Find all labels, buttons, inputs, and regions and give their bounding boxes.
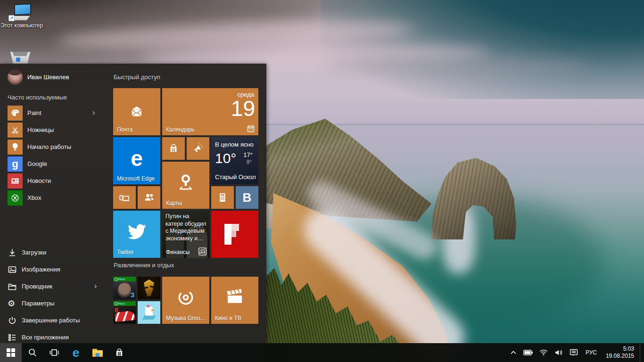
menu-item-label: Параметры bbox=[22, 295, 54, 312]
tray-time: 5:03 bbox=[606, 346, 634, 353]
wifi-icon bbox=[539, 349, 548, 356]
tile-label: Кино и ТВ bbox=[215, 315, 241, 321]
tile-mail[interactable]: Почта bbox=[113, 88, 160, 135]
tile-finance[interactable]: Путин на катере обсудил с Медведевым эко… bbox=[162, 211, 209, 258]
paint-icon bbox=[8, 106, 23, 121]
menu-item-pictures[interactable]: Изображения bbox=[0, 261, 112, 278]
calendar-day: 19 bbox=[231, 98, 255, 119]
menu-item-label: Ножницы bbox=[27, 122, 54, 139]
menu-item-paint[interactable]: Paint › bbox=[0, 105, 112, 122]
people-icon bbox=[138, 186, 160, 209]
calendar-icon bbox=[247, 125, 255, 132]
tray-date: 19.08.2015 bbox=[606, 353, 634, 360]
tile-calculator[interactable] bbox=[211, 186, 234, 209]
xbox-icon bbox=[8, 190, 23, 206]
folder-icon bbox=[8, 282, 17, 291]
shortcut-arrow-icon: ↗ bbox=[8, 15, 15, 21]
tile-sway[interactable] bbox=[187, 137, 209, 160]
tile-phone-companion[interactable] bbox=[113, 186, 136, 209]
this-pc-label: Этот компьютер bbox=[0, 23, 43, 29]
tile-calendar[interactable]: среда 19 Календарь bbox=[162, 88, 258, 135]
taskbar: e bbox=[0, 343, 644, 362]
action-center-icon bbox=[570, 349, 578, 356]
tile-flipboard[interactable] bbox=[211, 211, 258, 258]
edge-icon: e bbox=[73, 346, 79, 359]
weather-low: 9° bbox=[247, 159, 252, 165]
this-pc-icon: ↗ bbox=[12, 4, 31, 22]
store-bag-icon bbox=[162, 137, 185, 160]
desktop-icon-recycle-bin[interactable] bbox=[10, 52, 30, 64]
tray-battery-button[interactable] bbox=[521, 343, 535, 362]
tile-weather[interactable]: В целом ясно 10° 17° 9° Старый Оскол bbox=[211, 137, 258, 184]
store-icon bbox=[114, 347, 124, 358]
tile-microsoft-edge[interactable]: e Microsoft Edge bbox=[113, 137, 160, 184]
tray-volume-button[interactable] bbox=[552, 343, 565, 362]
start-button[interactable] bbox=[0, 343, 22, 362]
tray-language-indicator[interactable]: РУС bbox=[582, 343, 600, 362]
task-view-button[interactable] bbox=[43, 343, 65, 362]
menu-item-file-explorer[interactable]: Проводник › bbox=[0, 278, 112, 295]
weather-condition: В целом ясно bbox=[215, 141, 254, 148]
chevron-right-icon: › bbox=[92, 105, 95, 122]
taskbar-search-button[interactable] bbox=[22, 343, 43, 362]
menu-item-google[interactable]: g Google bbox=[0, 156, 112, 173]
user-account-button[interactable]: Иван Шевелев bbox=[0, 67, 112, 88]
weather-high: 17° bbox=[243, 151, 253, 158]
menu-item-get-started[interactable]: Начало работы bbox=[0, 139, 112, 156]
tile-game-asphalt-8[interactable]: Xbox 8 bbox=[113, 301, 136, 324]
game-art bbox=[151, 309, 154, 311]
tile-groove-music[interactable]: Музыка Groo... bbox=[162, 277, 209, 324]
tray-show-hidden-icons-button[interactable] bbox=[508, 343, 519, 362]
finance-headline: Путин на катере обсудил с Медведевым эко… bbox=[165, 213, 206, 242]
tile-game-shooter[interactable]: Xbox 3 bbox=[113, 277, 136, 299]
tile-group-header: Развлечения и отдых bbox=[114, 262, 174, 269]
menu-item-downloads[interactable]: Загрузки bbox=[0, 244, 112, 261]
tray-action-center-button[interactable] bbox=[567, 343, 580, 362]
tile-movies-tv[interactable]: Кино и ТВ bbox=[211, 277, 258, 324]
menu-item-label: Paint bbox=[27, 105, 41, 122]
chevron-right-icon: › bbox=[94, 278, 97, 295]
power-icon bbox=[8, 316, 17, 325]
file-explorer-icon bbox=[92, 349, 103, 357]
xbox-banner: Xbox bbox=[113, 277, 136, 281]
desktop-icon-this-pc[interactable]: ↗ Этот компьютер bbox=[0, 4, 43, 29]
speaker-icon bbox=[554, 349, 563, 356]
tray-clock[interactable]: 5:03 19.08.2015 bbox=[602, 343, 638, 362]
tile-store[interactable] bbox=[162, 137, 185, 160]
start-menu: Иван Шевелев Часто используемые Paint › … bbox=[0, 64, 266, 343]
menu-item-settings[interactable]: ⚙ Параметры bbox=[0, 295, 112, 312]
tile-game-gold-mask[interactable] bbox=[138, 277, 160, 299]
palette-icon bbox=[10, 108, 20, 118]
game-art bbox=[118, 283, 131, 298]
tile-maps[interactable]: Карты bbox=[162, 162, 209, 209]
show-desktop-button[interactable] bbox=[640, 343, 642, 362]
windows-logo-icon bbox=[7, 348, 15, 357]
taskbar-store-button[interactable] bbox=[108, 343, 130, 362]
tile-twitter[interactable]: Twitter bbox=[113, 211, 160, 258]
taskbar-edge-button[interactable]: e bbox=[65, 343, 87, 362]
menu-item-label: Xbox bbox=[27, 189, 41, 206]
scissors-icon bbox=[8, 123, 23, 138]
all-apps-icon bbox=[8, 333, 17, 342]
xbox-banner: Xbox bbox=[113, 301, 136, 306]
menu-item-news[interactable]: Новости bbox=[0, 173, 112, 189]
taskbar-file-explorer-button[interactable] bbox=[87, 343, 108, 362]
game-badge: 8 bbox=[115, 306, 118, 314]
search-icon bbox=[28, 348, 37, 357]
user-name: Иван Шевелев bbox=[27, 67, 69, 87]
menu-item-power[interactable]: Завершение работы bbox=[0, 312, 112, 329]
tile-people[interactable] bbox=[138, 186, 160, 209]
menu-item-label: Новости bbox=[27, 173, 51, 189]
menu-item-xbox[interactable]: Xbox bbox=[0, 189, 112, 206]
tile-label: Microsoft Edge bbox=[117, 175, 155, 182]
wallpaper-cloud bbox=[325, 57, 589, 75]
user-avatar bbox=[8, 70, 23, 85]
calculator-icon bbox=[211, 186, 234, 209]
pictures-icon bbox=[8, 265, 17, 274]
tile-vk[interactable]: B bbox=[236, 186, 258, 209]
game-badge: 3 bbox=[131, 291, 134, 299]
game-art bbox=[147, 305, 149, 307]
tray-wifi-button[interactable] bbox=[537, 343, 550, 362]
menu-item-snipping-tool[interactable]: Ножницы bbox=[0, 122, 112, 139]
tile-game-crossy-road[interactable] bbox=[138, 301, 160, 324]
